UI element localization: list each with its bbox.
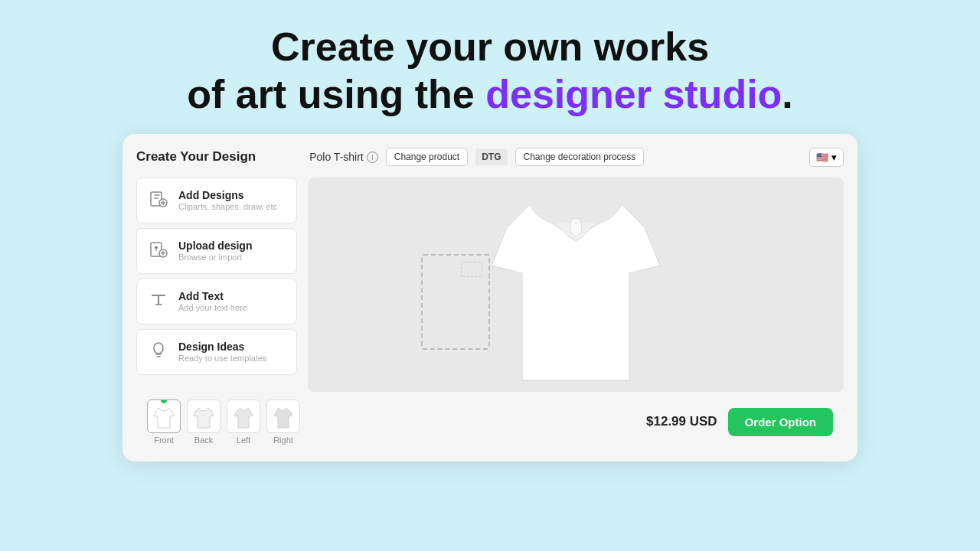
bottom-bar: Front Back Left — [136, 392, 844, 448]
price-label: $12.99 USD — [646, 414, 717, 429]
flag-icon: 🇺🇸 — [816, 152, 828, 163]
product-name: Polo T-shirt — [309, 151, 364, 163]
back-label: Back — [194, 435, 213, 445]
sidebar: Add Designs Cliparts, shapes, draw, etc … — [136, 178, 297, 392]
svg-point-5 — [570, 218, 582, 236]
hero-title-line2: of art using the — [187, 72, 475, 116]
sidebar-item-add-designs[interactable]: Add Designs Cliparts, shapes, draw, etc — [136, 178, 297, 223]
sidebar-item-upload-design[interactable]: Upload design Browse or import — [136, 228, 297, 274]
tshirt-svg — [484, 178, 668, 392]
add-text-name: Add Text — [178, 290, 247, 302]
canvas-area — [308, 178, 844, 392]
hero-title-line1: Create your own works — [271, 24, 709, 69]
right-shirt-icon — [273, 403, 294, 429]
add-designs-name: Add Designs — [178, 189, 277, 201]
back-shirt-icon — [193, 403, 214, 429]
right-label: Right — [273, 435, 293, 445]
back-thumbnail[interactable] — [187, 399, 220, 433]
sidebar-item-add-text[interactable]: Add Text Add your text here — [136, 279, 297, 324]
add-text-icon — [148, 289, 169, 315]
add-designs-icon — [148, 187, 169, 214]
add-designs-sub: Cliparts, shapes, draw, etc — [178, 202, 277, 211]
hero-title-highlight: designer studio — [485, 72, 782, 116]
front-shirt-icon — [153, 403, 175, 429]
right-thumbnail[interactable] — [266, 399, 300, 433]
design-ideas-sub: Ready to use templates — [178, 354, 267, 363]
upload-design-name: Upload design — [178, 240, 252, 252]
flag-button[interactable]: 🇺🇸 ▾ — [809, 148, 844, 167]
app-header-title: Create Your Design — [136, 149, 256, 165]
info-icon[interactable]: i — [367, 152, 378, 163]
add-designs-text: Add Designs Cliparts, shapes, draw, etc — [178, 189, 277, 211]
view-right[interactable]: Right — [266, 399, 300, 445]
design-ideas-icon — [148, 339, 169, 365]
add-text-sub: Add your text here — [178, 303, 247, 312]
front-thumbnail[interactable] — [147, 399, 181, 433]
app-body: Add Designs Cliparts, shapes, draw, etc … — [136, 178, 844, 392]
view-back[interactable]: Back — [187, 399, 220, 445]
left-label: Left — [237, 435, 250, 445]
dtg-badge: DTG — [475, 148, 507, 165]
app-window: Create Your Design Polo T-shirt i Change… — [122, 134, 858, 461]
hero-title: Create your own works of art using the d… — [172, 23, 808, 119]
design-ideas-name: Design Ideas — [178, 341, 267, 353]
flag-chevron-icon: ▾ — [831, 152, 837, 163]
view-front[interactable]: Front — [147, 399, 181, 445]
design-print-area — [421, 254, 490, 350]
view-left[interactable]: Left — [227, 399, 260, 445]
design-ideas-text: Design Ideas Ready to use templates — [178, 341, 267, 363]
app-header: Create Your Design Polo T-shirt i Change… — [136, 148, 844, 167]
order-option-button[interactable]: Order Option — [728, 408, 833, 436]
view-thumbnails: Front Back Left — [147, 399, 300, 445]
product-label: Polo T-shirt i — [309, 151, 378, 163]
front-label: Front — [154, 435, 174, 445]
order-section: $12.99 USD Order Option — [646, 408, 833, 436]
design-placeholder — [461, 262, 482, 277]
add-text-text: Add Text Add your text here — [178, 290, 247, 312]
left-thumbnail[interactable] — [227, 399, 260, 433]
upload-design-text: Upload design Browse or import — [178, 240, 252, 262]
upload-design-sub: Browse or import — [178, 253, 252, 262]
upload-design-icon — [148, 238, 169, 264]
change-decoration-button[interactable]: Change decoration process — [515, 148, 645, 166]
sidebar-item-design-ideas[interactable]: Design Ideas Ready to use templates — [136, 329, 297, 375]
change-product-button[interactable]: Change product — [386, 148, 468, 166]
left-shirt-icon — [233, 403, 254, 429]
